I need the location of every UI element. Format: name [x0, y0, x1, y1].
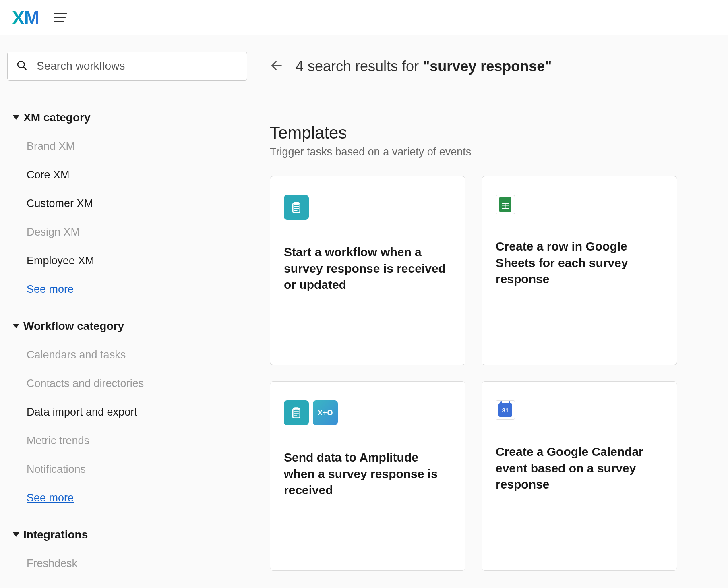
see-more-link[interactable]: See more	[27, 275, 74, 310]
filter-group-xm-category: XM category Brand XM Core XM Customer XM…	[7, 109, 250, 310]
see-more-link[interactable]: See more	[27, 484, 74, 519]
svg-line-1	[24, 67, 26, 70]
filter-group-items: Calendars and tasks Contacts and directo…	[7, 341, 250, 519]
results-count-text: 4 search results for	[296, 58, 423, 75]
caret-down-icon	[13, 532, 19, 537]
search-input[interactable]	[7, 52, 247, 81]
filter-group-header[interactable]: XM category	[7, 109, 250, 132]
filter-group-header[interactable]: Workflow category	[7, 317, 250, 341]
template-card[interactable]: Start a workflow when a survey response …	[270, 176, 465, 365]
card-icons: 31	[496, 400, 663, 420]
caret-down-icon	[13, 115, 19, 120]
filter-item[interactable]: Data import and export	[27, 398, 250, 427]
template-card-title: Create a row in Google Sheets for each s…	[496, 238, 663, 288]
layout: XM category Brand XM Core XM Customer XM…	[0, 35, 728, 588]
google-sheets-icon	[496, 195, 515, 214]
main-content: 4 search results for "survey response" T…	[258, 35, 728, 588]
filter-item[interactable]: Core XM	[27, 161, 250, 189]
card-icons: X+O	[284, 400, 451, 425]
filter-group-label: Integrations	[23, 528, 88, 541]
filter-group-integrations: Integrations Freshdesk	[7, 526, 250, 578]
filter-item[interactable]: Calendars and tasks	[27, 341, 250, 369]
filter-item[interactable]: Freshdesk	[27, 549, 250, 578]
filter-item[interactable]: Notifications	[27, 455, 250, 484]
templates-subheading: Trigger tasks based on a variety of even…	[270, 146, 700, 158]
filter-group-label: XM category	[23, 111, 91, 124]
results-title: 4 search results for "survey response"	[296, 58, 552, 75]
filter-group-items: Freshdesk	[7, 549, 250, 578]
menu-icon[interactable]	[54, 13, 67, 22]
template-card[interactable]: X+O Send data to Amplitude when a survey…	[270, 381, 465, 571]
templates-heading: Templates	[270, 123, 700, 143]
results-query: "survey response"	[423, 58, 552, 75]
filter-item[interactable]: Design XM	[27, 218, 250, 246]
filter-item[interactable]: Metric trends	[27, 427, 250, 455]
card-icons	[284, 195, 451, 220]
filter-group-items: Brand XM Core XM Customer XM Design XM E…	[7, 132, 250, 310]
template-card-title: Send data to Amplitude when a survey res…	[284, 449, 451, 499]
google-calendar-icon: 31	[496, 400, 515, 420]
back-button[interactable]	[270, 59, 283, 74]
filter-item[interactable]: Brand XM	[27, 132, 250, 161]
results-header: 4 search results for "survey response"	[270, 58, 700, 75]
arrow-left-icon	[270, 59, 283, 72]
filter-group-workflow-category: Workflow category Calendars and tasks Co…	[7, 317, 250, 519]
caret-down-icon	[13, 324, 19, 329]
top-bar: XM	[0, 0, 728, 35]
filter-group-label: Workflow category	[23, 320, 124, 333]
template-card[interactable]: Create a row in Google Sheets for each s…	[482, 176, 677, 365]
filter-item[interactable]: Employee XM	[27, 246, 250, 275]
template-card-title: Create a Google Calendar event based on …	[496, 444, 663, 493]
filter-group-header[interactable]: Integrations	[7, 526, 250, 549]
logo[interactable]: XM	[12, 7, 39, 29]
amplitude-icon: X+O	[313, 400, 338, 425]
clipboard-icon	[284, 195, 309, 220]
template-card-title: Start a workflow when a survey response …	[284, 244, 451, 293]
gcal-day: 31	[498, 403, 512, 417]
card-icons	[496, 195, 663, 214]
sidebar: XM category Brand XM Core XM Customer XM…	[0, 35, 258, 588]
clipboard-icon	[284, 400, 309, 425]
template-card[interactable]: 31 Create a Google Calendar event based …	[482, 381, 677, 571]
filter-item[interactable]: Contacts and directories	[27, 369, 250, 398]
search-wrap	[7, 52, 247, 81]
search-icon	[16, 60, 27, 72]
template-cards: Start a workflow when a survey response …	[270, 176, 700, 571]
filter-item[interactable]: Customer XM	[27, 189, 250, 218]
